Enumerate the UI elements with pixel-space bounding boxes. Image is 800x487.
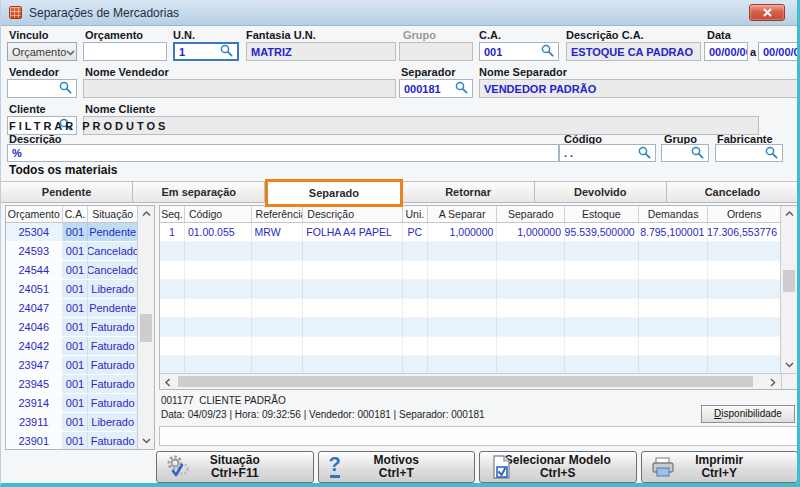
orcamento-input[interactable] xyxy=(83,42,167,61)
imprimir-button[interactable]: Imprimir Ctrl+Y xyxy=(641,451,799,483)
separador-label: Separador xyxy=(401,66,455,78)
search-icon[interactable] xyxy=(691,146,704,161)
table-row[interactable]: 25304 001 Pendente xyxy=(6,223,137,242)
table-row[interactable]: 23947 001 Faturado xyxy=(6,356,137,375)
col-situacao: Situação xyxy=(88,206,137,222)
data-from-input[interactable]: 00/00/00 xyxy=(704,42,748,61)
tab-em-separacao[interactable]: Em separação xyxy=(133,182,265,202)
situacao-button[interactable]: Situação Ctrl+F11 xyxy=(156,451,314,483)
table-row[interactable]: 1 01.00.055 MRW FOLHA A4 PAPEL PC 1,0000… xyxy=(160,223,780,242)
footer-toolbar: Situação Ctrl+F11 ? Motivos Ctrl+T Selec… xyxy=(156,451,798,483)
nome-separador-value: VENDEDOR PADRÃO xyxy=(484,83,596,95)
cell-estoque: 395.539,500000 xyxy=(565,223,639,241)
cell-ca: 001 xyxy=(63,356,89,374)
cell-situacao: Faturado xyxy=(88,318,137,336)
search-icon[interactable] xyxy=(220,44,233,59)
vinculo-select[interactable]: Orçamento xyxy=(7,42,77,61)
cell-situacao: Faturado xyxy=(88,337,137,355)
scroll-up-icon[interactable] xyxy=(781,206,797,222)
selecionar-modelo-button[interactable]: Selecionar Modelo Ctrl+S xyxy=(479,451,637,483)
scroll-thumb[interactable] xyxy=(783,270,795,292)
scroll-track[interactable] xyxy=(176,374,765,389)
grupo-top-field xyxy=(399,42,473,61)
filtro-codigo-input[interactable]: . . xyxy=(559,144,656,162)
table-row[interactable]: 24042 001 Faturado xyxy=(6,337,137,356)
table-row[interactable]: 23945 001 Faturado xyxy=(6,375,137,394)
scroll-right-icon[interactable] xyxy=(765,374,781,390)
status-tabs: Pendente Em separação Separado Retornar … xyxy=(1,181,798,203)
cell-demandas: 8.795,100001 xyxy=(639,223,709,241)
ca-label: C.A. xyxy=(479,29,501,41)
un-value: 1 xyxy=(179,46,185,58)
scroll-left-icon[interactable] xyxy=(160,374,176,390)
ca-input[interactable]: 001 xyxy=(479,42,559,61)
search-icon[interactable] xyxy=(541,44,554,59)
button-shortcut: Ctrl+T xyxy=(379,467,414,480)
tab-cancelado[interactable]: Cancelado xyxy=(667,182,798,202)
search-icon[interactable] xyxy=(765,146,778,161)
table-row[interactable]: 24051 001 Liberado xyxy=(6,280,137,299)
close-button[interactable] xyxy=(749,4,785,21)
scroll-track[interactable] xyxy=(781,222,797,357)
filter-section-title: FILTRAR PRODUTOS xyxy=(9,120,168,132)
scroll-up-icon[interactable] xyxy=(138,206,154,222)
nome-vendedor-field xyxy=(83,79,396,98)
vinculo-value: Orçamento xyxy=(12,46,66,58)
cell-ca: 001 xyxy=(63,318,89,336)
scroll-down-icon[interactable] xyxy=(138,433,154,449)
table-row[interactable]: 24544 001 Cancelado xyxy=(6,261,137,280)
table-row[interactable]: 24593 001 Cancelado xyxy=(6,242,137,261)
un-input[interactable]: 1 xyxy=(173,42,239,61)
cell-orcamento: 23945 xyxy=(6,375,63,393)
cell-orcamento: 23947 xyxy=(6,356,63,374)
search-icon[interactable] xyxy=(59,81,72,96)
search-icon[interactable] xyxy=(455,81,468,96)
disponibilidade-button[interactable]: Disponibilidade xyxy=(701,405,795,423)
close-icon xyxy=(763,8,772,17)
filtro-fabricante-input[interactable] xyxy=(715,144,783,162)
cell-orcamento: 24544 xyxy=(6,261,63,279)
tab-retornar[interactable]: Retornar xyxy=(403,182,535,202)
nome-cliente-label: Nome Cliente xyxy=(85,103,155,115)
nome-separador-label: Nome Separador xyxy=(479,66,567,78)
col-ordens: Ordens xyxy=(708,206,780,222)
table-row[interactable]: 24047 001 Pendente xyxy=(6,299,137,318)
vendedor-label: Vendedor xyxy=(9,66,59,78)
filtro-grupo-input[interactable] xyxy=(661,144,709,162)
left-table-vscrollbar[interactable] xyxy=(137,206,154,449)
search-icon[interactable] xyxy=(638,146,651,161)
cell-referencia: MRW xyxy=(252,223,304,241)
scroll-thumb[interactable] xyxy=(140,314,152,342)
cell-situacao: Pendente xyxy=(88,299,137,317)
cell-seq: 1 xyxy=(160,223,185,241)
empty-row xyxy=(160,337,780,356)
scroll-down-icon[interactable] xyxy=(781,357,797,373)
scroll-thumb[interactable] xyxy=(178,376,753,387)
cell-orcamento: 24047 xyxy=(6,299,63,317)
tab-pendente[interactable]: Pendente xyxy=(1,182,133,202)
scroll-track[interactable] xyxy=(138,222,154,433)
items-table-hscrollbar[interactable] xyxy=(160,373,797,389)
cell-situacao: Cancelado xyxy=(88,261,137,279)
tab-separado[interactable]: Separado xyxy=(265,179,402,207)
table-row[interactable]: 23911 001 Liberado xyxy=(6,413,137,432)
button-shortcut: Ctrl+F11 xyxy=(211,467,259,480)
items-table-vscrollbar[interactable] xyxy=(780,206,797,373)
filtro-descricao-input[interactable]: % xyxy=(7,144,559,162)
data-to-input[interactable]: 00/00/00 xyxy=(758,42,798,61)
nome-separador-field: VENDEDOR PADRÃO xyxy=(479,79,798,98)
separador-value: 000181 xyxy=(404,83,441,95)
table-row[interactable]: 23914 001 Faturado xyxy=(6,394,137,413)
table-row[interactable]: 24046 001 Faturado xyxy=(6,318,137,337)
table-row[interactable]: 23901 001 Faturado xyxy=(6,432,137,449)
vendedor-input[interactable] xyxy=(7,79,77,98)
separacoes-window: Separações de Mercadorias Vinculo Orçame… xyxy=(0,0,800,487)
motivos-button[interactable]: ? Motivos Ctrl+T xyxy=(318,451,476,483)
observation-field[interactable] xyxy=(159,426,798,446)
order-info-line: Data: 04/09/23 | Hora: 09:32:56 | Vended… xyxy=(161,409,485,420)
cell-descricao: FOLHA A4 PAPEL xyxy=(303,223,403,241)
tab-devolvido[interactable]: Devolvido xyxy=(535,182,667,202)
separador-input[interactable]: 000181 xyxy=(399,79,473,98)
orcamento-label: Orçamento xyxy=(85,29,143,41)
col-descricao: Descrição xyxy=(303,206,403,222)
